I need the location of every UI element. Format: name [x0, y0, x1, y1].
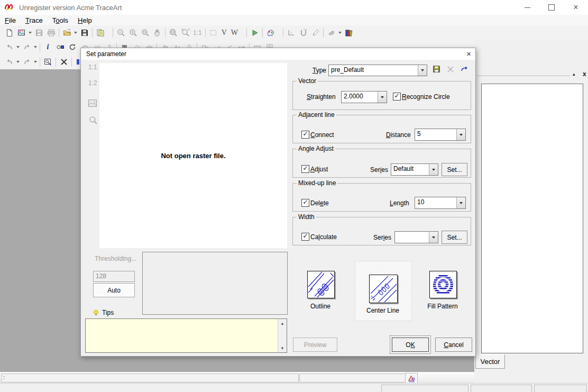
- auto-threshold-button[interactable]: Auto: [93, 283, 135, 297]
- scroll-up-icon[interactable]: ▲: [278, 319, 287, 327]
- recognize-circle-checkbox[interactable]: ✓: [393, 93, 401, 101]
- open-image-dropdown[interactable]: [29, 32, 32, 34]
- bird-tool-button-disabled: [325, 27, 337, 39]
- width-series-combobox[interactable]: [394, 231, 438, 243]
- zoom-window-button-disabled: [139, 27, 151, 39]
- application-window: Unregister version Acme TraceArt × File …: [0, 0, 588, 392]
- trace-options-button[interactable]: [264, 27, 277, 39]
- undo-icon: [5, 58, 14, 66]
- tips-label: Tips: [102, 309, 114, 316]
- calculate-checkbox[interactable]: ✓: [301, 233, 309, 241]
- center-line-mode-button[interactable]: [369, 275, 398, 303]
- circle-square-icon: [56, 43, 65, 51]
- reset-type-icon[interactable]: [460, 66, 468, 74]
- tips-scrollbar[interactable]: ▲ ▼: [278, 319, 287, 352]
- vector-view-button[interactable]: V: [219, 29, 229, 37]
- width-series-dropdown-button[interactable]: [429, 232, 438, 243]
- chevron-down-icon: [460, 134, 463, 136]
- run-trace-button[interactable]: [249, 27, 261, 39]
- outline-mode-button[interactable]: [307, 271, 335, 298]
- angle-series-combobox[interactable]: Default: [391, 163, 438, 176]
- straighten-combobox[interactable]: 2.0000: [341, 91, 387, 103]
- angle-series-value: Default: [393, 165, 414, 172]
- print-button-disabled: [45, 27, 57, 39]
- dialog-close-icon[interactable]: ×: [466, 49, 471, 58]
- maximize-button[interactable]: [539, 0, 564, 15]
- preview-zoom-1-1-button: 1:1: [88, 63, 97, 71]
- angle-measure-button[interactable]: [405, 373, 418, 384]
- adjust-checkbox[interactable]: ✓: [301, 165, 309, 173]
- info-button[interactable]: i: [42, 41, 54, 53]
- panel-pin-icon[interactable]: ▴: [573, 71, 575, 77]
- angle-set-label: Set...: [447, 166, 462, 174]
- distance-label: Distance: [386, 131, 411, 139]
- chevron-down-icon: [381, 96, 384, 98]
- delete-button[interactable]: [58, 56, 70, 68]
- distance-dropdown-button[interactable]: [456, 129, 465, 140]
- raster-view-button[interactable]: W: [229, 29, 240, 37]
- outline-mode-icon: [308, 271, 334, 298]
- zoom-select-button[interactable]: [42, 56, 54, 68]
- angle-series-dropdown-button[interactable]: [429, 164, 438, 175]
- panel-grip-handle[interactable]: [477, 76, 570, 77]
- dialog-title-bar[interactable]: Set parameter ×: [81, 48, 475, 60]
- length-dropdown-button[interactable]: [456, 197, 465, 208]
- save-button-disabled: [33, 27, 45, 39]
- tips-textarea[interactable]: ▲ ▼: [85, 318, 287, 353]
- redo-icon: [23, 43, 31, 51]
- cancel-button[interactable]: Cancel: [435, 338, 472, 352]
- menu-tools[interactable]: Tools: [48, 15, 73, 25]
- toolbar-standard: 1:1 V W: [0, 25, 588, 40]
- panel-close-icon[interactable]: x: [583, 70, 586, 78]
- angle-set-button[interactable]: Set...: [442, 163, 467, 176]
- copy-pages-button[interactable]: [94, 27, 106, 39]
- distance-combobox[interactable]: 5: [415, 129, 466, 141]
- bird-tool-dropdown[interactable]: [338, 32, 342, 34]
- save-type-icon[interactable]: [432, 65, 441, 74]
- save-as-button[interactable]: [78, 27, 90, 39]
- undo-view-button-disabled: [3, 56, 15, 68]
- open-folder-dropdown[interactable]: [74, 32, 77, 34]
- fill-pattern-mode-button[interactable]: [429, 271, 457, 298]
- separator: [40, 58, 40, 67]
- raster-preview-area: Not open raster file.: [99, 63, 287, 248]
- circle-square-button[interactable]: [54, 41, 66, 53]
- minimize-button[interactable]: [515, 0, 539, 15]
- close-button[interactable]: ×: [564, 0, 588, 15]
- new-document-icon: [5, 29, 14, 37]
- straighten-dropdown-button[interactable]: [378, 92, 387, 103]
- thresholding-label: Thresholding...: [95, 255, 136, 262]
- rotate-button[interactable]: [66, 41, 78, 53]
- menu-trace[interactable]: Trace: [21, 15, 48, 25]
- connect-label: Connect: [310, 131, 334, 139]
- ok-button[interactable]: OK: [392, 338, 429, 352]
- type-dropdown-button[interactable]: [418, 65, 427, 76]
- open-image-button[interactable]: [15, 27, 27, 39]
- cancel-button-label: Cancel: [444, 341, 463, 349]
- status-panel-2: [471, 385, 532, 392]
- delete-checkbox[interactable]: ✓: [301, 199, 309, 207]
- library-books-button[interactable]: [343, 27, 355, 39]
- tips-bulb-icon: [93, 309, 99, 317]
- right-dock-region: ▴ x Vector: [474, 40, 588, 383]
- vector-panel-content[interactable]: [481, 84, 583, 353]
- fill-pattern-mode-label: Fill Pattern: [415, 303, 471, 310]
- open-folder-button[interactable]: [61, 27, 73, 39]
- zoom-extents-button-disabled: [179, 27, 191, 39]
- menu-help[interactable]: Help: [73, 15, 97, 25]
- tab-vector[interactable]: Vector: [475, 354, 505, 369]
- connect-checkbox[interactable]: ✓: [301, 131, 309, 139]
- type-combobox[interactable]: pre_Default: [328, 65, 427, 76]
- maximize-icon: [548, 4, 555, 11]
- command-secondary-box[interactable]: [299, 373, 406, 382]
- adjacent-line-group-title: Adjacent line: [297, 111, 336, 118]
- zoom-window-icon: [141, 29, 150, 37]
- length-combobox[interactable]: 10: [415, 197, 466, 209]
- width-set-button[interactable]: Set...: [442, 231, 467, 244]
- pan-hand-button-disabled: [151, 27, 163, 39]
- scroll-down-icon[interactable]: ▼: [278, 344, 287, 352]
- new-document-button[interactable]: [3, 27, 15, 39]
- command-input[interactable]: :: [1, 373, 299, 382]
- center-line-mode-label: Center Line: [355, 307, 411, 314]
- menu-file[interactable]: File: [0, 15, 21, 25]
